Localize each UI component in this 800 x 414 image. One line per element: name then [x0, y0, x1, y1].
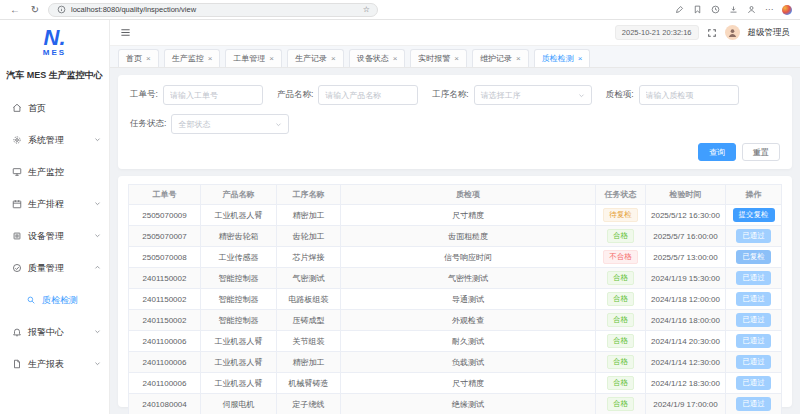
avatar[interactable] — [725, 25, 740, 40]
passed-button: 已通过 — [736, 292, 771, 306]
chevron-down-icon — [94, 231, 101, 241]
site-info-icon[interactable] — [56, 5, 66, 15]
app-title: 汽车 MES 生产监控中心 — [0, 57, 109, 90]
chevron-down-icon — [94, 135, 101, 145]
process-select[interactable]: 请选择工序 — [474, 85, 592, 105]
table-row: 2401150002 智能控制器 压铸成型 外观检查 合格 2024/1/16 … — [129, 310, 782, 331]
more-icon[interactable]: ⋯ — [764, 5, 774, 15]
chevron-down-icon — [94, 359, 101, 369]
table-row: 2401080004 伺服电机 定子绕线 绝缘测试 合格 2024/1/9 17… — [129, 394, 782, 414]
bookmark-star-icon[interactable]: ☆ — [363, 5, 370, 14]
qc-item-input[interactable] — [639, 85, 739, 105]
status-badge: 合格 — [607, 397, 634, 411]
tab-production-monitor[interactable]: 生产监控× — [164, 49, 221, 67]
tab-quality-inspection[interactable]: 质检检测× — [534, 49, 591, 67]
sidebar-item-home[interactable]: 首页 — [0, 92, 109, 124]
passed-button: 已通过 — [736, 229, 771, 243]
fullscreen-icon[interactable] — [707, 24, 717, 42]
app-logo: N. MES — [0, 20, 109, 57]
chevron-down-icon — [275, 121, 282, 128]
calendar-icon — [12, 199, 22, 209]
browser-actions: ⋯ — [674, 5, 792, 15]
sidebar-menu: 首页 系统管理 生产监控 生产排程 设备管理 — [0, 90, 109, 414]
table-row: 2401100006 工业机器人臂 精密加工 负载测试 合格 2024/1/14… — [129, 352, 782, 373]
sidebar-item-system[interactable]: 系统管理 — [0, 124, 109, 156]
address-bar[interactable]: localhost:8080/quality/inspection/view ☆ — [48, 3, 378, 17]
status-badge: 合格 — [607, 355, 634, 369]
browser-bar: ← ↻ localhost:8080/quality/inspection/vi… — [0, 0, 800, 20]
favorites-icon[interactable] — [692, 5, 702, 15]
tab-bar: 首页× 生产监控× 工单管理× 生产记录× 设备状态× 实时报警× 维护记录× … — [110, 46, 800, 68]
url-text: localhost:8080/quality/inspection/view — [71, 5, 358, 14]
table-row: 2401150002 智能控制器 电路板组装 导通测试 合格 2024/1/18… — [129, 289, 782, 310]
report-icon — [12, 359, 22, 369]
status-badge: 合格 — [607, 292, 634, 306]
sidebar-item-report[interactable]: 生产报表 — [0, 348, 109, 380]
sidebar-item-inspection[interactable]: 质检检测 — [0, 284, 109, 316]
status-badge: 合格 — [607, 313, 634, 327]
rechecked-button: 已复检 — [736, 250, 771, 264]
username: 超级管理员 — [748, 27, 791, 39]
close-tab-icon[interactable]: × — [578, 55, 583, 63]
chevron-down-icon — [578, 92, 585, 99]
close-tab-icon[interactable]: × — [516, 55, 521, 63]
col-action: 操作 — [726, 185, 782, 205]
copilot-icon[interactable] — [782, 5, 792, 15]
back-icon[interactable]: ← — [8, 4, 22, 15]
close-tab-icon[interactable]: × — [269, 55, 274, 63]
passed-button: 已通过 — [736, 355, 771, 369]
clock-display: 2025-10-21 20:32:16 — [615, 25, 699, 40]
profile-icon[interactable] — [746, 5, 756, 15]
status-badge: 不合格 — [603, 250, 638, 264]
history-icon[interactable] — [710, 5, 720, 15]
edit-icon[interactable] — [674, 5, 684, 15]
query-button[interactable]: 查询 — [698, 143, 736, 161]
table-row: 2505070008 工业传感器 芯片焊接 信号响应时间 不合格 2025/5/… — [129, 247, 782, 268]
tab-equipment-status[interactable]: 设备状态× — [349, 49, 406, 67]
col-product: 产品名称 — [201, 185, 277, 205]
gear-icon — [12, 135, 22, 145]
refresh-icon[interactable]: ↻ — [28, 4, 42, 15]
reset-button[interactable]: 重置 — [742, 143, 780, 161]
device-icon — [12, 231, 22, 241]
tab-realtime-alarms[interactable]: 实时报警× — [410, 49, 467, 67]
tab-home[interactable]: 首页× — [118, 49, 159, 67]
task-status-select[interactable]: 全部状态 — [171, 114, 289, 134]
table-row: 2505070009 工业机器人臂 精密加工 尺寸精度 待复检 2025/5/1… — [129, 205, 782, 226]
chevron-up-icon — [94, 263, 101, 273]
close-tab-icon[interactable]: × — [454, 55, 459, 63]
chevron-down-icon — [94, 327, 101, 337]
inspection-table: 工单号 产品名称 工序名称 质检项 任务状态 检验时间 操作 250507000… — [128, 184, 782, 414]
submit-recheck-button[interactable]: 提交复检 — [733, 208, 775, 222]
passed-button: 已通过 — [736, 313, 771, 327]
status-badge: 待复检 — [603, 208, 638, 222]
topbar: 2025-10-21 20:32:16 超级管理员 — [110, 20, 800, 46]
col-time: 检验时间 — [646, 185, 726, 205]
sidebar-item-schedule[interactable]: 生产排程 — [0, 188, 109, 220]
close-tab-icon[interactable]: × — [146, 55, 151, 63]
tab-maintenance-records[interactable]: 维护记录× — [472, 49, 529, 67]
sidebar-item-quality[interactable]: 质量管理 — [0, 252, 109, 284]
sidebar-item-alarm[interactable]: 报警中心 — [0, 316, 109, 348]
product-name-label: 产品名称: — [277, 89, 313, 101]
collapse-sidebar-icon[interactable] — [120, 24, 131, 42]
tab-production-records[interactable]: 生产记录× — [287, 49, 344, 67]
bell-icon — [12, 327, 22, 337]
status-badge: 合格 — [607, 271, 634, 285]
col-order-no: 工单号 — [129, 185, 201, 205]
close-tab-icon[interactable]: × — [393, 55, 398, 63]
close-tab-icon[interactable]: × — [208, 55, 213, 63]
table-row: 2401100006 工业机器人臂 关节组装 耐久测试 合格 2024/1/14… — [129, 331, 782, 352]
close-tab-icon[interactable]: × — [331, 55, 336, 63]
status-badge: 合格 — [607, 334, 634, 348]
sidebar: N. MES 汽车 MES 生产监控中心 首页 系统管理 生产监控 生产排程 — [0, 20, 110, 414]
passed-button: 已通过 — [736, 376, 771, 390]
work-order-input[interactable] — [163, 85, 263, 105]
passed-button: 已通过 — [736, 397, 771, 411]
sidebar-item-monitor[interactable]: 生产监控 — [0, 156, 109, 188]
search-form: 工单号: 产品名称: 工序名称: 请选择工序 — [118, 75, 792, 169]
sidebar-item-equipment[interactable]: 设备管理 — [0, 220, 109, 252]
product-name-input[interactable] — [318, 85, 418, 105]
tab-work-orders[interactable]: 工单管理× — [225, 49, 282, 67]
download-icon[interactable] — [728, 5, 738, 15]
